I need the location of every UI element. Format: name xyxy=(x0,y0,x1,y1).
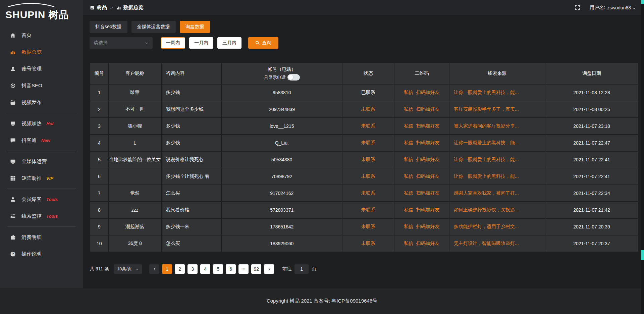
qr-add-friend-link[interactable]: 扫码加好友 xyxy=(416,106,440,112)
breadcrumb-root[interactable]: 树品 xyxy=(97,4,107,11)
cell-index: 6 xyxy=(90,168,109,185)
scrollbar[interactable] xyxy=(641,0,644,314)
source-link[interactable]: 让你一眼就爱上的黑科技，能... xyxy=(454,140,519,145)
qr-add-friend-link[interactable]: 扫码加好友 xyxy=(416,157,440,162)
source-link[interactable]: 让你一眼就爱上的黑科技，能... xyxy=(454,90,519,95)
cell-status: 未联系 xyxy=(342,168,394,185)
period-button[interactable]: 三月内 xyxy=(217,37,241,49)
sidebar-item[interactable]: 消费明细 xyxy=(0,229,83,246)
sidebar-item[interactable]: 抖客通 New xyxy=(0,132,83,149)
page-size-select[interactable]: 10条/页 xyxy=(114,264,142,274)
sidebar-item[interactable]: 视频发布 xyxy=(0,94,83,111)
sidebar-item[interactable]: 账号管理 xyxy=(0,60,83,77)
qr-add-friend-link[interactable]: 扫码加好友 xyxy=(416,207,440,212)
phone-only-toggle[interactable] xyxy=(287,74,300,81)
sidebar-item[interactable]: 视频加热 Hot xyxy=(0,115,83,132)
sidebar-item[interactable]: ? 操作说明 xyxy=(0,246,83,262)
cell-message: 我只看价格 xyxy=(161,202,222,218)
qr-private-msg-link[interactable]: 私信 xyxy=(404,224,413,229)
cell-message: 多少钱 xyxy=(161,118,222,135)
next-page-button[interactable] xyxy=(264,264,274,274)
sidebar-item-badge: Tools xyxy=(46,214,58,219)
data-tab[interactable]: 抖音seo数据 xyxy=(90,21,127,33)
qr-private-msg-link[interactable]: 私信 xyxy=(404,123,413,128)
source-link[interactable]: 客厅安装投影半年多了，真实... xyxy=(454,106,519,112)
qr-private-msg-link[interactable]: 私信 xyxy=(404,190,413,196)
qr-add-friend-link[interactable]: 扫码加好友 xyxy=(416,241,440,246)
qr-private-msg-link[interactable]: 私信 xyxy=(404,157,413,162)
sidebar-item[interactable]: 数据总览 xyxy=(0,44,83,60)
period-button[interactable]: 一周内 xyxy=(161,37,185,49)
source-link[interactable]: 让你一眼就爱上的黑科技，能... xyxy=(454,173,519,179)
cell-status: 未联系 xyxy=(342,202,394,218)
page-button-group: 123456•••92 xyxy=(149,264,274,274)
page-button[interactable]: 5 xyxy=(213,264,223,274)
cell-date: 2021-11-08 00:25 xyxy=(545,101,638,118)
sidebar-item[interactable]: 会员爆客 Tools xyxy=(0,191,83,208)
cell-date: 2021-11-07 23:18 xyxy=(545,118,638,135)
cell-source: 多功能护栏灯，适用于乡村文... xyxy=(449,218,545,235)
cell-index: 8 xyxy=(90,202,109,218)
cell-account: 50534380 xyxy=(221,151,342,168)
fullscreen-icon[interactable] xyxy=(575,5,580,10)
cell-qrcode: 私信 扫码加好友 xyxy=(394,202,449,218)
sidebar-item[interactable]: 矩阵助推 VIP xyxy=(0,170,83,187)
qr-add-friend-link[interactable]: 扫码加好友 xyxy=(416,140,440,145)
qr-private-msg-link[interactable]: 私信 xyxy=(404,140,413,145)
source-link[interactable]: 让你一眼就爱上的黑科技，能... xyxy=(454,157,519,162)
logo-arc xyxy=(6,2,56,7)
sidebar-divider xyxy=(7,113,76,113)
sidebar-item[interactable]: 抖音SEO xyxy=(0,77,83,94)
qr-add-friend-link[interactable]: 扫码加好友 xyxy=(416,190,440,196)
username-value[interactable]: zswodun88 xyxy=(607,5,631,10)
filter-select[interactable]: 请选择 xyxy=(90,37,153,49)
qr-add-friend-link[interactable]: 扫码加好友 xyxy=(416,224,440,229)
qr-private-msg-link[interactable]: 私信 xyxy=(404,173,413,179)
period-button[interactable]: 一月内 xyxy=(189,37,213,49)
more-pages-button[interactable]: ••• xyxy=(238,264,249,274)
data-tab[interactable]: 询盘数据 xyxy=(180,21,210,33)
sidebar-item[interactable]: 全媒体运营 xyxy=(0,153,83,170)
prev-page-button[interactable] xyxy=(149,264,159,274)
source-link[interactable]: 多功能护栏灯，适用于乡村文... xyxy=(454,224,519,229)
data-tab[interactable]: 全媒体运营数据 xyxy=(131,21,176,33)
page-button[interactable]: 6 xyxy=(226,264,236,274)
sidebar-item-label: 会员爆客 xyxy=(21,196,42,203)
cell-status: 未联系 xyxy=(342,118,394,135)
sidebar-item-label: 操作说明 xyxy=(21,251,42,257)
page-button[interactable]: 3 xyxy=(187,264,198,274)
page-button[interactable]: 4 xyxy=(200,264,210,274)
page-button[interactable]: 1 xyxy=(162,264,172,274)
sidebar-item-label: 账号管理 xyxy=(21,66,42,72)
page-button[interactable]: 2 xyxy=(175,264,185,274)
page-button[interactable]: 92 xyxy=(251,264,261,274)
goto-page-input[interactable] xyxy=(294,264,309,274)
sidebar-item[interactable]: 线索监控 Tools xyxy=(0,208,83,224)
cell-qrcode: 私信 扫码加好友 xyxy=(394,185,449,202)
qr-add-friend-link[interactable]: 扫码加好友 xyxy=(416,90,440,95)
chevron-down-icon[interactable] xyxy=(632,6,636,9)
source-link[interactable]: 如何正确选择投影仪，买投影... xyxy=(454,207,519,212)
header-index: 编号 xyxy=(90,63,109,84)
qr-private-msg-link[interactable]: 私信 xyxy=(404,90,413,95)
qr-private-msg-link[interactable]: 私信 xyxy=(404,241,413,246)
logo-text-cn: 树品 xyxy=(48,9,68,20)
cell-source: 客厅安装投影半年多了，真实... xyxy=(449,101,545,118)
source-link[interactable]: 感谢大家喜欢我家，被问了好... xyxy=(454,190,519,196)
qr-private-msg-link[interactable]: 私信 xyxy=(404,106,413,112)
source-link[interactable]: 被大家追着问的客厅投影分享... xyxy=(454,123,519,128)
cell-message: 多少钱一米 xyxy=(161,218,222,235)
table-row: 10 36度 8 怎么买 183929060 未联系 私信 扫码加好友 无主灯设… xyxy=(90,235,638,252)
qr-private-msg-link[interactable]: 私信 xyxy=(404,207,413,212)
chevron-down-icon xyxy=(72,197,76,201)
header-status: 状态 xyxy=(342,63,394,84)
sidebar-item[interactable]: 首页 xyxy=(0,27,83,44)
qr-add-friend-link[interactable]: 扫码加好友 xyxy=(416,173,440,179)
qr-add-friend-link[interactable]: 扫码加好友 xyxy=(416,123,440,128)
sidebar-item-label: 首页 xyxy=(21,32,32,39)
source-link[interactable]: 无主灯设计，智能磁吸轨道灯... xyxy=(454,241,519,246)
cell-qrcode: 私信 扫码加好友 xyxy=(394,84,449,101)
cell-status: 未联系 xyxy=(342,235,394,252)
search-button[interactable]: 查询 xyxy=(248,37,278,49)
cell-qrcode: 私信 扫码加好友 xyxy=(394,218,449,235)
